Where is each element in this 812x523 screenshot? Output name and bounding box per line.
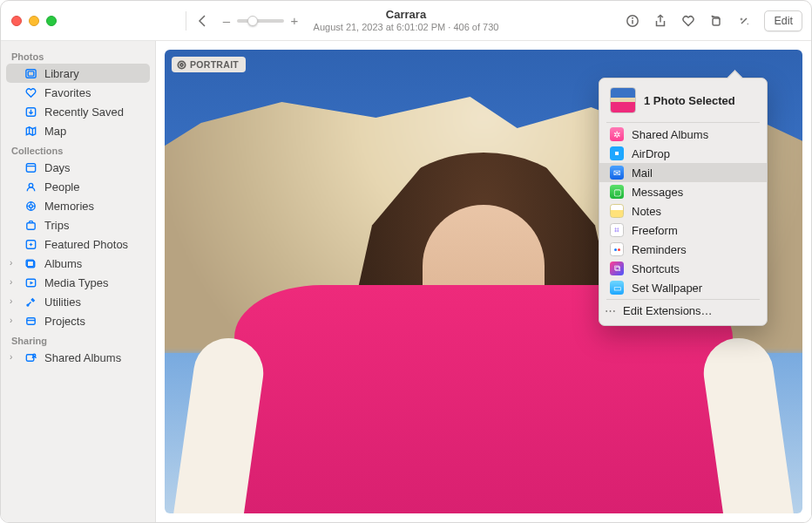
sidebar-item-shared-albums[interactable]: › Shared Albums	[6, 348, 150, 367]
reminders-icon	[610, 242, 624, 256]
media-types-icon	[24, 275, 37, 289]
share-selection-count: 1 Photo Selected	[644, 94, 735, 107]
sidebar-item-label: Days	[44, 161, 71, 174]
sidebar-item-favorites[interactable]: Favorites	[6, 83, 150, 102]
chevron-right-icon[interactable]: ›	[10, 258, 18, 268]
zoom-control[interactable]: – +	[221, 13, 300, 28]
fullscreen-window-button[interactable]	[46, 16, 57, 26]
zoom-slider[interactable]	[237, 19, 284, 23]
sidebar-item-label: Media Types	[44, 276, 108, 289]
share-item-set-wallpaper[interactable]: ▭ Set Wallpaper	[599, 278, 767, 297]
share-item-reminders[interactable]: Reminders	[599, 240, 767, 259]
sidebar-item-featured-photos[interactable]: Featured Photos	[6, 234, 150, 254]
chevron-right-icon[interactable]: ›	[10, 352, 18, 362]
mail-icon: ✉	[610, 166, 624, 180]
sidebar-item-trips[interactable]: Trips	[6, 215, 150, 234]
albums-icon	[24, 256, 37, 270]
svg-rect-23	[26, 317, 34, 324]
share-item-label: Mail	[632, 166, 653, 180]
sidebar-item-label: Favorites	[44, 86, 91, 99]
enhance-button[interactable]	[731, 9, 757, 33]
rotate-icon	[709, 14, 723, 28]
people-icon	[24, 180, 37, 194]
wand-icon	[737, 14, 751, 28]
share-icon	[653, 14, 667, 28]
sidebar-item-label: Shared Albums	[44, 351, 121, 364]
sidebar-item-projects[interactable]: › Projects	[6, 311, 150, 330]
back-button[interactable]	[190, 9, 216, 33]
svg-rect-7	[26, 163, 35, 171]
share-item-notes[interactable]: Notes	[599, 201, 767, 221]
notes-icon	[610, 204, 624, 218]
rotate-button[interactable]	[703, 9, 729, 33]
chevron-right-icon[interactable]: ›	[10, 296, 18, 306]
heart-icon	[681, 14, 695, 28]
zoom-out-label: –	[221, 13, 232, 28]
sidebar-item-days[interactable]: Days	[6, 158, 150, 177]
sidebar-item-utilities[interactable]: › Utilities	[6, 292, 150, 311]
share-item-mail[interactable]: ✉ Mail	[599, 163, 767, 182]
zoom-in-label: +	[289, 13, 300, 28]
share-item-shortcuts[interactable]: ⧉ Shortcuts	[599, 259, 767, 278]
shared-albums-app-icon: ✲	[610, 127, 624, 141]
sidebar-item-albums[interactable]: › Albums	[6, 254, 150, 273]
share-item-label: Reminders	[632, 243, 687, 256]
sidebar-item-library[interactable]: Library	[6, 64, 150, 83]
svg-point-11	[29, 204, 32, 207]
shortcuts-icon: ⧉	[610, 262, 624, 275]
minimize-window-button[interactable]	[29, 16, 39, 26]
zoom-slider-knob[interactable]	[247, 16, 258, 26]
svg-point-28	[180, 64, 183, 66]
sidebar-item-label: Recently Saved	[44, 105, 124, 119]
map-icon	[24, 124, 37, 138]
sidebar: Photos Library Favorites Recently Saved …	[1, 41, 156, 522]
sidebar-item-label: Projects	[44, 315, 85, 328]
info-button[interactable]	[619, 9, 646, 33]
share-item-shared-albums[interactable]: ✲ Shared Albums	[599, 125, 767, 144]
shared-albums-icon	[24, 350, 37, 364]
portrait-badge-icon	[177, 60, 186, 70]
share-item-label: Shortcuts	[632, 262, 680, 275]
photo-date: August 21, 2023 at 6:01:02 PM	[314, 22, 446, 32]
portrait-badge-label: PORTRAIT	[190, 59, 239, 70]
sidebar-item-recently-saved[interactable]: Recently Saved	[6, 102, 150, 121]
sidebar-item-map[interactable]: Map	[6, 121, 150, 140]
sidebar-item-people[interactable]: People	[6, 177, 150, 196]
heart-icon	[24, 85, 37, 99]
share-item-edit-extensions[interactable]: ⋯ Edit Extensions…	[599, 302, 767, 320]
share-button[interactable]	[647, 9, 673, 33]
toolbar-separator	[186, 11, 186, 31]
sidebar-item-memories[interactable]: Memories	[6, 196, 150, 215]
sidebar-item-label: Featured Photos	[44, 238, 128, 251]
chevron-right-icon[interactable]: ›	[10, 316, 18, 325]
menu-divider	[606, 122, 760, 123]
share-item-label: Messages	[632, 186, 683, 199]
sidebar-item-label: People	[44, 180, 79, 194]
edit-button[interactable]: Edit	[764, 10, 802, 31]
sidebar-item-media-types[interactable]: › Media Types	[6, 273, 150, 292]
wallpaper-icon: ▭	[610, 281, 624, 295]
more-icon: ⋯	[605, 304, 615, 317]
sidebar-item-label: Library	[44, 67, 79, 80]
svg-point-2	[633, 17, 633, 18]
freeform-icon: ⌗	[610, 223, 624, 237]
main-body: Photos Library Favorites Recently Saved …	[1, 41, 811, 522]
favorite-button[interactable]	[675, 9, 701, 33]
sidebar-item-label: Memories	[44, 200, 94, 213]
info-icon	[626, 14, 639, 28]
share-item-airdrop[interactable]: AirDrop	[599, 144, 767, 163]
svg-rect-3	[713, 18, 720, 25]
toolbar: – + Carrara August 21, 2023 at 6:01:02 P…	[1, 1, 811, 41]
close-window-button[interactable]	[11, 16, 22, 26]
share-item-messages[interactable]: ▢ Messages	[599, 182, 767, 201]
portrait-badge[interactable]: PORTRAIT	[172, 57, 246, 72]
share-item-freeform[interactable]: ⌗ Freeform	[599, 221, 767, 240]
app-window: – + Carrara August 21, 2023 at 6:01:02 P…	[0, 0, 812, 523]
share-item-label: Edit Extensions…	[623, 304, 713, 317]
svg-marker-21	[30, 281, 33, 284]
projects-icon	[24, 314, 37, 328]
chevron-right-icon[interactable]: ›	[10, 277, 18, 287]
share-item-label: Notes	[632, 205, 661, 218]
menu-divider	[606, 299, 760, 300]
toolbar-right: Edit	[619, 9, 802, 33]
